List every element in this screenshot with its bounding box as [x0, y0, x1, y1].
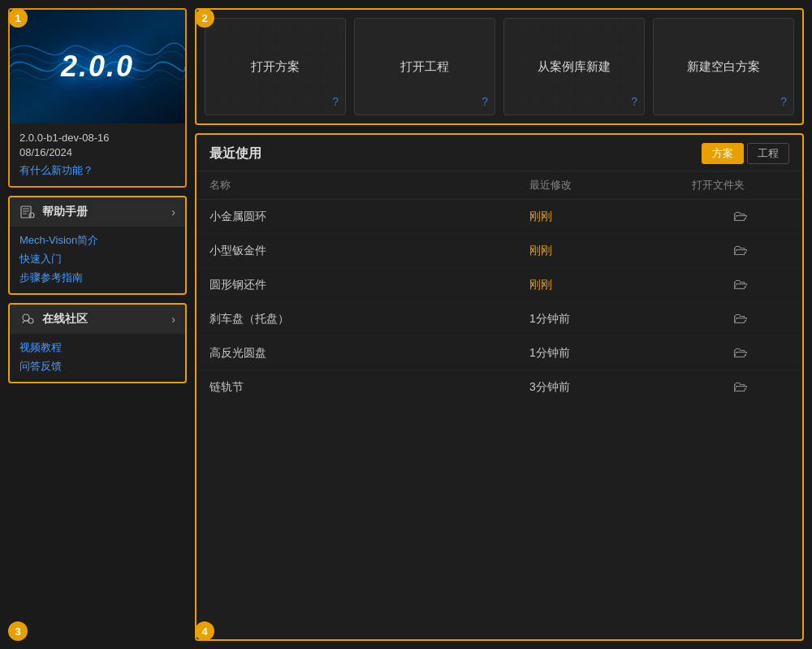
community-arrow-icon: ›	[171, 313, 175, 326]
new-from-library-button[interactable]: 从案例库新建 ?	[503, 18, 645, 115]
tab-project[interactable]: 工程	[747, 143, 789, 164]
new-blank-button[interactable]: 新建空白方案 ?	[653, 18, 794, 115]
item-name-4: 高反光圆盘	[209, 346, 529, 361]
item-name-2: 圆形钢还件	[209, 278, 529, 292]
item-name-1: 小型钣金件	[209, 244, 529, 258]
community-header-left: 在线社区	[19, 311, 88, 327]
folder-icon-2[interactable]: 🗁	[733, 276, 748, 293]
help-header-left: 帮助手册	[19, 204, 88, 220]
item-name-5: 链轨节	[209, 380, 529, 395]
item-folder-0[interactable]: 🗁	[692, 208, 789, 225]
recent-table: 名称 最近修改 打开文件夹 小金属圆环 刚刚 🗁 小型钣金件 刚刚	[197, 171, 802, 639]
community-link-video[interactable]: 视频教程	[19, 340, 175, 355]
item-folder-3[interactable]: 🗁	[692, 310, 789, 327]
col-folder-header: 打开文件夹	[692, 178, 789, 193]
item-folder-4[interactable]: 🗁	[692, 344, 789, 361]
tab-plan[interactable]: 方案	[702, 143, 744, 164]
community-link-qa[interactable]: 问答反馈	[19, 359, 175, 374]
quick-actions: 打开方案 ? 打开工程 ? 从案例库新建 ? 新建空白方案 ?	[195, 8, 804, 125]
folder-icon-5[interactable]: 🗁	[733, 379, 748, 396]
item-time-1: 刚刚	[529, 244, 692, 258]
col-modified-header: 最近修改	[529, 178, 692, 193]
community-header[interactable]: 在线社区 ›	[10, 305, 185, 334]
new-blank-icon: ?	[780, 95, 787, 108]
new-blank-label: 新建空白方案	[687, 59, 760, 75]
help-title: 帮助手册	[42, 205, 88, 219]
help-header[interactable]: 帮助手册 ›	[10, 197, 185, 227]
recent-title: 最近使用	[209, 145, 261, 162]
table-row[interactable]: 链轨节 3分钟前 🗁	[197, 370, 802, 405]
help-card: 帮助手册 › Mech-Vision简介 快速入门 步骤参考指南	[8, 196, 187, 295]
version-info: 2.0.0-b1-dev-08-16 08/16/2024 有什么新功能？	[10, 123, 185, 186]
folder-icon-1[interactable]: 🗁	[733, 242, 748, 259]
svg-line-6	[33, 217, 34, 218]
folder-icon-0[interactable]: 🗁	[733, 208, 748, 225]
new-from-library-icon: ?	[631, 95, 637, 108]
community-card: 在线社区 › 视频教程 问答反馈	[8, 303, 187, 383]
item-folder-1[interactable]: 🗁	[692, 242, 789, 259]
help-link-quickstart[interactable]: 快速入门	[19, 252, 175, 266]
table-row[interactable]: 小型钣金件 刚刚 🗁	[197, 234, 802, 268]
item-time-2: 刚刚	[529, 278, 692, 292]
item-name-3: 刹车盘（托盘）	[209, 312, 529, 327]
version-card: 2.0.0 2.0.0-b1-dev-08-16 08/16/2024 有什么新…	[8, 8, 187, 188]
table-header: 名称 最近修改 打开文件夹	[197, 171, 802, 200]
table-row[interactable]: 小金属圆环 刚刚 🗁	[197, 200, 802, 234]
corner-label-3: 3	[8, 621, 28, 641]
item-time-3: 1分钟前	[529, 312, 692, 327]
right-panel: 打开方案 ? 打开工程 ? 从案例库新建 ? 新建空白方案 ? 最近使用	[195, 8, 804, 641]
table-row[interactable]: 高反光圆盘 1分钟前 🗁	[197, 336, 802, 370]
whats-new-link[interactable]: 有什么新功能？	[19, 164, 93, 176]
item-time-5: 3分钟前	[529, 380, 692, 395]
version-banner-text: 2.0.0	[61, 50, 134, 84]
recent-section: 最近使用 方案 工程 名称 最近修改 打开文件夹 小金属圆环 刚刚 🗁	[195, 133, 804, 641]
open-project-button[interactable]: 打开工程 ?	[354, 18, 495, 115]
table-row[interactable]: 圆形钢还件 刚刚 🗁	[197, 268, 802, 302]
help-arrow-icon: ›	[171, 206, 175, 218]
open-plan-button[interactable]: 打开方案 ?	[205, 18, 346, 115]
left-panel: 2.0.0 2.0.0-b1-dev-08-16 08/16/2024 有什么新…	[8, 8, 187, 641]
help-links: Mech-Vision简介 快速入门 步骤参考指南	[10, 227, 185, 293]
help-link-guide[interactable]: 步骤参考指南	[19, 270, 175, 285]
recent-header: 最近使用 方案 工程	[197, 135, 802, 171]
folder-icon-3[interactable]: 🗁	[733, 310, 748, 327]
recent-tabs: 方案 工程	[702, 143, 789, 164]
open-plan-icon: ?	[332, 95, 339, 108]
help-link-intro[interactable]: Mech-Vision简介	[19, 233, 175, 248]
folder-icon-4[interactable]: 🗁	[733, 344, 748, 361]
corner-label-1: 1	[8, 8, 28, 28]
community-links: 视频教程 问答反馈	[10, 334, 185, 382]
item-folder-5[interactable]: 🗁	[692, 379, 789, 396]
open-project-icon: ?	[482, 95, 488, 108]
col-name-header: 名称	[209, 178, 529, 193]
open-plan-label: 打开方案	[251, 59, 300, 75]
community-icon	[19, 311, 36, 327]
new-from-library-label: 从案例库新建	[538, 59, 611, 75]
version-date: 08/16/2024	[19, 146, 175, 158]
item-folder-2[interactable]: 🗁	[692, 276, 789, 293]
help-icon	[19, 204, 36, 220]
item-time-0: 刚刚	[529, 210, 692, 224]
table-row[interactable]: 刹车盘（托盘） 1分钟前 🗁	[197, 302, 802, 336]
corner-label-4: 4	[195, 621, 214, 641]
open-project-label: 打开工程	[400, 59, 449, 75]
corner-label-2: 2	[195, 8, 214, 28]
item-time-4: 1分钟前	[529, 346, 692, 361]
item-name-0: 小金属圆环	[209, 210, 529, 224]
community-title: 在线社区	[42, 312, 88, 327]
version-banner: 2.0.0	[10, 10, 185, 123]
version-number: 2.0.0-b1-dev-08-16	[19, 132, 175, 144]
svg-point-8	[28, 318, 33, 323]
